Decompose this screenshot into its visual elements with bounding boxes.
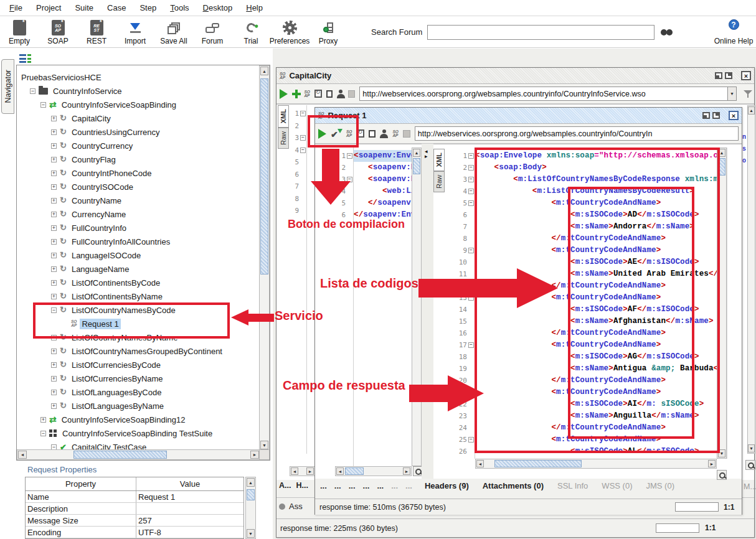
request-vscroll-thumb[interactable] [413,158,420,174]
tree-item[interactable]: +↻CountryName [17,194,260,207]
property-value-cell[interactable]: Request 1 [136,491,243,502]
credentials-icon[interactable] [337,90,344,98]
tree-item[interactable]: PruebasServiciosHCE [17,70,260,84]
expander-plus-icon[interactable]: + [51,376,57,382]
capitalcity-endpoint-input[interactable] [359,87,728,101]
expander-plus-icon[interactable]: + [51,171,57,176]
menu-item-help[interactable]: Help [239,1,270,15]
expander-plus-icon[interactable]: + [51,225,57,231]
toolbar-button-forum[interactable]: Forum [193,17,232,47]
endpoint-dropdown-icon[interactable]: ▼ [728,87,736,101]
request-xml-editor[interactable]: <soapenv:Envelope xmlns:soapenv="http://… [354,148,412,466]
minimize-icon[interactable] [702,112,710,119]
toolbar-button-import[interactable]: Import [116,17,154,47]
menu-item-desktop[interactable]: Desktop [196,1,240,15]
fold-icon[interactable]: − [468,200,474,206]
cc-request-hscrollbar[interactable]: ◄ ► [290,466,315,476]
tree-item[interactable]: −⇄CountryInfoServiceSoapBinding [17,98,260,111]
tab-ssl-info[interactable]: SSL Info [557,481,588,490]
close-icon[interactable]: × [741,71,751,80]
maximize-icon[interactable] [725,72,732,79]
tab-truncated[interactable]: ... [349,481,356,490]
capitalcity-titlebar[interactable]: SOAP CapitalCity × [276,68,754,84]
tree-item[interactable]: +↻CurrencyName [17,207,260,221]
tree-item[interactable]: +↻ListOfContinentsByName [17,289,260,303]
toolbar-button-rest[interactable]: REST*REST [77,17,116,47]
tree-item[interactable]: +⇄CountryInfoServiceSoapBinding12 [17,413,260,426]
tree-item[interactable]: −CountryInfoServiceSoapBinding TestSuite [17,426,260,440]
run-request-button[interactable] [280,89,288,99]
tree-item[interactable]: +↻ListOfContinentsByCode [17,276,260,289]
tree-item[interactable]: +↻ListOfCountryNamesGroupedByContinent [17,344,260,358]
response-hscrollbar[interactable]: ◄ ► [475,459,717,469]
tree-item[interactable]: +↻ListOfCurrenciesByName [17,372,260,385]
expander-plus-icon[interactable]: + [51,157,57,162]
tree-item[interactable]: +↻ListOfCurrenciesByCode [17,358,260,372]
tree-item[interactable]: +↻CountriesUsingCurrency [17,125,260,139]
expander-minus-icon[interactable]: − [30,88,35,94]
fold-icon[interactable]: − [468,342,474,348]
toolbar-button-save-all[interactable]: Save All [154,17,193,47]
toolbar-button-trial[interactable]: Trial [232,17,270,47]
tree-item[interactable]: +↻LanguageName [17,262,260,276]
tree-options-icon[interactable] [19,54,32,63]
expander-minus-icon[interactable]: − [40,431,46,436]
tab-truncated[interactable]: ... [363,481,370,490]
expander-plus-icon[interactable]: + [40,417,46,423]
fold-icon[interactable]: − [468,153,474,159]
toolbar-button-proxy[interactable]: Proxy [309,17,347,47]
tab-truncated[interactable]: ... [391,481,398,490]
filter-icon[interactable] [744,90,751,98]
toolbar-button-soap[interactable]: SOAP*SOAP [39,17,77,47]
pane-divider[interactable] [422,144,433,479]
toolbar-button-preferences[interactable]: Preferences [270,17,309,47]
tab-truncated[interactable]: ... [334,481,341,490]
property-value-cell[interactable]: UTF-8 [136,527,243,538]
scroll-right-icon[interactable]: ► [403,467,410,475]
tree-item[interactable]: +↻CountryISOCode [17,180,260,194]
tab-truncated[interactable]: H... [296,481,308,490]
expander-plus-icon[interactable]: + [51,362,57,368]
fold-icon[interactable]: − [300,135,306,141]
expander-plus-icon[interactable]: + [51,198,57,204]
tab-truncated[interactable]: ... [377,481,384,490]
tree-item[interactable]: +↻FullCountryInfo [17,221,260,235]
close-icon[interactable]: × [729,111,739,120]
collapse-panes-icon[interactable]: ◂▸ [425,149,428,159]
scroll-up-icon[interactable]: ▲ [748,106,755,115]
tab-xml[interactable]: XML [278,105,289,128]
scroll-left-icon[interactable]: ◄ [336,467,344,475]
online-help-button[interactable]: ? Online Help [711,17,756,47]
fold-icon[interactable]: − [468,189,474,194]
fold-icon[interactable]: − [300,148,306,153]
cc-clipped-tab[interactable]: M... [744,482,756,491]
tree-vscrollbar[interactable]: ▲ ▼ [259,65,270,451]
request-endpoint-input[interactable] [415,126,739,141]
tab-raw[interactable]: Raw [433,171,445,192]
fold-icon[interactable]: − [468,177,474,182]
tree-item[interactable]: +↻ListOfLanguagesByCode [17,385,260,399]
tab-jms-0-[interactable]: JMS (0) [646,481,674,490]
tab-truncated[interactable]: ... [405,481,412,490]
properties-vscrollbar[interactable]: ▲ ▼ [245,477,256,539]
maximize-icon[interactable] [712,112,720,119]
tab-truncated[interactable]: ... [320,481,327,490]
request-vscrollbar[interactable]: ▲ [412,148,422,466]
expander-plus-icon[interactable]: + [51,129,57,135]
menu-item-file[interactable]: File [2,1,29,15]
tree-hscrollbar[interactable]: ◄ ► [17,449,260,460]
expander-plus-icon[interactable]: + [51,253,57,258]
expander-plus-icon[interactable]: + [51,116,57,121]
expander-plus-icon[interactable]: + [51,280,57,286]
menu-item-suite[interactable]: Suite [68,1,100,15]
tab-raw[interactable]: Raw [278,128,289,149]
expander-minus-icon[interactable]: − [40,102,46,108]
tree-item[interactable]: +↻ListOfLanguagesByName [17,399,260,413]
credentials-icon[interactable] [380,129,388,138]
fold-icon[interactable]: − [300,111,306,116]
scroll-left-icon[interactable]: ◄ [476,460,484,467]
menu-item-project[interactable]: Project [29,1,68,15]
scroll-up-icon[interactable]: ▲ [413,149,420,157]
fold-icon[interactable]: − [347,153,352,159]
fold-icon[interactable]: − [468,248,474,253]
